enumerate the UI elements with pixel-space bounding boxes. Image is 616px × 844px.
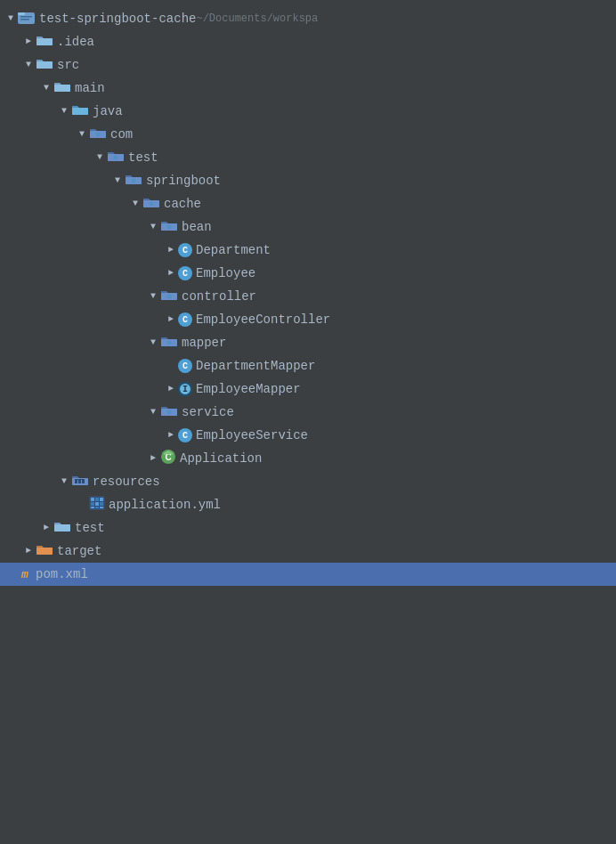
svg-point-21 — [167, 341, 172, 345]
tree-item-com[interactable]: com — [0, 123, 616, 146]
folder-pkg-icon — [160, 334, 182, 352]
svg-rect-27 — [75, 480, 77, 483]
tree-label-department: Department — [196, 243, 271, 257]
arrow-expanded-icon — [146, 405, 160, 419]
arrow-expanded-icon — [146, 289, 160, 304]
arrow-collapsed-icon — [164, 382, 178, 396]
tree-item-employeeservice[interactable]: CEmployeeService — [0, 424, 616, 447]
arrow-empty-icon — [4, 567, 18, 581]
tree-item-idea[interactable]: .idea — [0, 30, 616, 53]
tree-label-controller: controller — [182, 289, 256, 304]
tree-item-src[interactable]: src — [0, 53, 616, 77]
tree-item-test-pkg[interactable]: test — [0, 146, 616, 169]
tree-item-department[interactable]: CDepartment — [0, 239, 616, 262]
tree-item-departmentmapper[interactable]: CDepartmentMapper — [0, 354, 616, 377]
arrow-collapsed-icon — [21, 544, 36, 558]
tree-label-cache: cache — [164, 197, 201, 211]
svg-rect-42 — [36, 548, 53, 555]
svg-rect-29 — [82, 480, 85, 483]
tree-label-employee: Employee — [196, 266, 255, 280]
arrow-expanded-icon — [39, 81, 53, 95]
svg-rect-30 — [75, 479, 85, 480]
tree-label-mapper: mapper — [182, 336, 226, 350]
tree-item-controller[interactable]: controller — [0, 285, 616, 308]
tree-label-springboot: springboot — [146, 174, 221, 188]
tree-item-service[interactable]: service — [0, 401, 616, 424]
arrow-expanded-icon — [4, 12, 18, 26]
yaml-icon — [89, 496, 109, 514]
svg-rect-37 — [100, 502, 103, 506]
folder-pkg-icon — [89, 126, 110, 143]
tree-label-service: service — [182, 405, 234, 419]
tree-label-employeecontroller: EmployeeController — [196, 312, 330, 327]
arrow-collapsed-icon — [164, 428, 178, 442]
svg-point-17 — [167, 225, 172, 230]
arrow-empty-icon — [75, 498, 89, 512]
tree-label-java: java — [93, 104, 123, 118]
svg-point-9 — [96, 133, 101, 137]
arrow-expanded-icon — [146, 220, 160, 234]
tree-item-target[interactable]: target — [0, 540, 616, 563]
folder-icon — [53, 79, 75, 97]
class-c-icon: C — [178, 266, 192, 280]
tree-item-pomxml[interactable]: mpom.xml — [0, 563, 616, 586]
svg-rect-6 — [54, 85, 70, 92]
tree-item-employeecontroller[interactable]: CEmployeeController — [0, 308, 616, 331]
svg-point-13 — [132, 179, 136, 183]
tree-item-springboot[interactable]: springboot — [0, 169, 616, 192]
class-c-icon: C — [178, 428, 192, 442]
svg-rect-4 — [36, 38, 53, 45]
tree-item-java[interactable]: java — [0, 100, 616, 123]
class-c-icon: C — [178, 243, 192, 257]
arrow-collapsed-icon — [21, 35, 36, 49]
tree-item-root[interactable]: test-springboot-cache ~/Documents/worksp… — [0, 7, 616, 30]
tree-item-mapper[interactable]: mapper — [0, 331, 616, 354]
svg-rect-5 — [36, 61, 53, 69]
svg-point-23 — [167, 410, 172, 415]
file-tree: test-springboot-cache ~/Documents/worksp… — [0, 0, 616, 844]
folder-pkg-icon — [160, 288, 182, 305]
arrow-expanded-icon — [128, 197, 142, 211]
arrow-expanded-icon — [21, 58, 36, 72]
arrow-collapsed-icon — [164, 266, 178, 280]
arrow-expanded-icon — [57, 475, 71, 489]
arrow-expanded-icon — [110, 174, 125, 188]
folder-icon — [36, 33, 57, 51]
tree-label-target: target — [57, 544, 101, 558]
arrow-collapsed-icon — [164, 243, 178, 257]
tree-item-employee[interactable]: CEmployee — [0, 262, 616, 285]
arrow-collapsed-icon — [164, 312, 178, 327]
arrow-expanded-icon — [93, 150, 107, 165]
tree-item-bean[interactable]: bean — [0, 215, 616, 239]
arrow-expanded-icon — [146, 336, 160, 350]
folder-icon — [53, 519, 75, 537]
tree-label-root: test-springboot-cache — [39, 12, 196, 26]
root-path-suffix: ~/Documents/workspa — [196, 12, 318, 25]
svg-rect-33 — [95, 498, 99, 501]
tree-label-com: com — [110, 127, 133, 142]
tree-item-main[interactable]: main — [0, 77, 616, 100]
folder-target-icon — [36, 542, 57, 560]
tree-item-employeemapper[interactable]: IEmployeeMapper — [0, 377, 616, 401]
tree-label-employeeservice: EmployeeService — [196, 428, 308, 442]
tree-label-appyml: application.yml — [109, 498, 221, 512]
svg-rect-2 — [20, 16, 32, 18]
class-i-icon: I — [178, 382, 192, 396]
folder-pkg-icon — [160, 403, 182, 421]
tree-item-resources[interactable]: resources — [0, 470, 616, 493]
tree-item-appyml[interactable]: application.yml — [0, 493, 616, 516]
tree-label-idea: .idea — [57, 35, 94, 49]
folder-pkg-icon — [125, 172, 146, 190]
folder-pkg-icon — [107, 149, 128, 166]
class-c-icon: C — [178, 312, 192, 327]
svg-rect-41 — [54, 524, 70, 532]
tree-label-test-pkg: test — [128, 150, 158, 165]
svg-rect-40 — [100, 507, 103, 508]
svg-rect-32 — [91, 498, 94, 501]
tree-item-cache[interactable]: cache — [0, 192, 616, 215]
svg-rect-39 — [95, 507, 99, 508]
tree-item-test-dir[interactable]: test — [0, 516, 616, 540]
tree-label-main: main — [75, 81, 105, 95]
svg-rect-38 — [91, 507, 94, 508]
tree-item-application[interactable]: C Application — [0, 447, 616, 470]
